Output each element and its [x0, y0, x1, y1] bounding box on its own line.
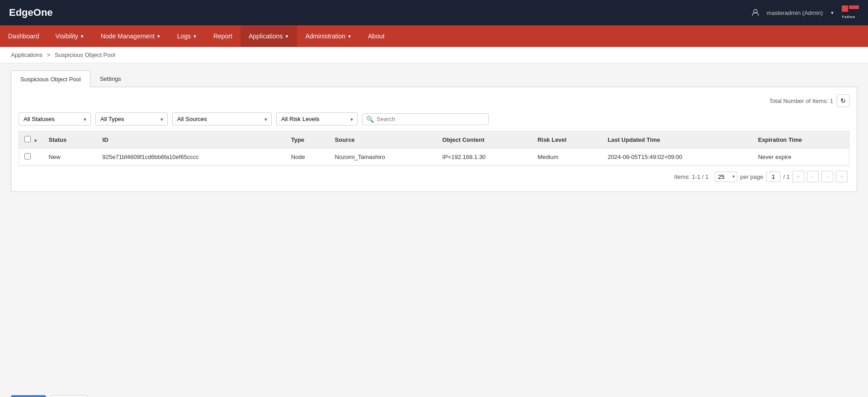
- nav-administration-arrow: ▼: [347, 34, 352, 39]
- search-input[interactable]: [377, 116, 485, 122]
- nav-visibility[interactable]: Visibility ▼: [47, 25, 93, 47]
- txone-brand: TxOne networks: [842, 5, 859, 20]
- breadcrumb-separator: >: [47, 51, 51, 58]
- nav-logs-arrow: ▼: [193, 34, 197, 39]
- prev-page-button[interactable]: ‹: [807, 171, 819, 182]
- td-object-content: IP=192.168.1.30: [437, 149, 532, 166]
- select-all-checkbox[interactable]: [24, 136, 31, 142]
- save-button[interactable]: Save: [11, 395, 46, 397]
- status-filter-wrapper: All Statuses: [19, 112, 91, 126]
- user-icon: [751, 8, 760, 18]
- navbar: Dashboard Visibility ▼ Node Management ▼…: [0, 25, 868, 47]
- risk-levels-filter[interactable]: All Risk Levels: [276, 112, 358, 126]
- last-page-button[interactable]: »: [836, 171, 848, 182]
- pagination: Items: 1-1 / 1 25 50 100 per page / 1 « …: [19, 166, 849, 184]
- th-expiration[interactable]: Expiration Time: [753, 131, 849, 149]
- td-source: Nozomi_Tamashiro: [330, 149, 437, 166]
- search-wrapper: 🔍: [362, 113, 489, 125]
- nav-administration[interactable]: Administration ▼: [297, 25, 360, 47]
- nav-logs[interactable]: Logs ▼: [169, 25, 205, 47]
- per-page-select[interactable]: 25 50 100: [715, 172, 737, 182]
- refresh-button[interactable]: ↻: [837, 94, 849, 107]
- data-table: ▼ Status ID Type Source Object Content R…: [19, 131, 849, 166]
- nav-applications-arrow: ▼: [285, 34, 289, 39]
- risk-levels-filter-wrapper: All Risk Levels: [276, 112, 358, 126]
- nav-about[interactable]: About: [360, 25, 393, 47]
- tab-settings[interactable]: Settings: [90, 70, 131, 87]
- nav-dashboard[interactable]: Dashboard: [0, 25, 47, 47]
- nav-node-management[interactable]: Node Management ▼: [93, 25, 169, 47]
- nav-node-management-arrow: ▼: [156, 34, 161, 39]
- page-of-label: / 1: [783, 173, 790, 180]
- main-content: Suspicious Object Pool Settings Total Nu…: [0, 63, 868, 388]
- th-object-content[interactable]: Object Content: [437, 131, 532, 149]
- table-row: New 925e71bf4609f1cd6bb6fa10ef65cccc Nod…: [19, 149, 849, 166]
- app-logo: EdgeOne: [9, 7, 53, 19]
- th-id[interactable]: ID: [97, 131, 286, 149]
- filters: All Statuses All Types All Sources All R…: [19, 112, 849, 126]
- toolbar: Total Number of Items: 1 ↻: [19, 94, 849, 107]
- items-count-label: Items: 1-1 / 1: [674, 173, 708, 180]
- sources-filter[interactable]: All Sources: [172, 112, 272, 126]
- per-page-label: per page: [740, 173, 763, 180]
- table-header-row: ▼ Status ID Type Source Object Content R…: [19, 131, 849, 149]
- page-number-input[interactable]: [766, 172, 781, 182]
- tab-suspicious-object-pool[interactable]: Suspicious Object Pool: [11, 70, 90, 87]
- row-checkbox[interactable]: [24, 153, 31, 159]
- th-checkbox: ▼: [19, 131, 43, 149]
- data-table-wrapper: ▼ Status ID Type Source Object Content R…: [19, 131, 849, 166]
- td-type: Node: [286, 149, 330, 166]
- search-icon: 🔍: [366, 116, 374, 123]
- td-last-updated: 2024-08-05T15:49:02+09:00: [602, 149, 753, 166]
- nav-visibility-arrow: ▼: [80, 34, 85, 39]
- nav-applications[interactable]: Applications ▼: [241, 25, 297, 47]
- status-filter[interactable]: All Statuses: [19, 112, 91, 126]
- next-page-button[interactable]: ›: [821, 171, 833, 182]
- bottom-bar: Save Cancel: [0, 388, 868, 397]
- th-status[interactable]: Status: [43, 131, 97, 149]
- sort-indicator: ▼: [33, 138, 38, 143]
- nav-report[interactable]: Report: [205, 25, 241, 47]
- td-status: New: [43, 149, 97, 166]
- total-items-label: Total Number of Items: 1: [769, 98, 833, 104]
- first-page-button[interactable]: «: [793, 171, 804, 182]
- user-dropdown-icon[interactable]: ▼: [830, 10, 835, 15]
- tabs: Suspicious Object Pool Settings: [11, 70, 857, 87]
- topbar: EdgeOne masteradmin (Admin) ▼ TxOne netw…: [0, 0, 868, 25]
- per-page-wrapper: 25 50 100: [715, 172, 737, 182]
- td-checkbox: [19, 149, 43, 166]
- td-risk-level: Medium: [532, 149, 602, 166]
- th-source[interactable]: Source: [330, 131, 437, 149]
- types-filter-wrapper: All Types: [95, 112, 168, 126]
- th-risk-level[interactable]: Risk Level: [532, 131, 602, 149]
- th-last-updated[interactable]: Last Updated Time: [602, 131, 753, 149]
- breadcrumb-current: Suspicious Object Pool: [55, 51, 115, 58]
- types-filter[interactable]: All Types: [95, 112, 168, 126]
- topbar-right: masteradmin (Admin) ▼ TxOne networks: [751, 5, 859, 20]
- svg-text:TxOne: TxOne: [842, 15, 855, 19]
- app-name: EdgeOne: [9, 7, 53, 19]
- td-id: 925e71bf4609f1cd6bb6fa10ef65cccc: [97, 149, 286, 166]
- sources-filter-wrapper: All Sources: [172, 112, 272, 126]
- th-type[interactable]: Type: [286, 131, 330, 149]
- breadcrumb-applications[interactable]: Applications: [11, 51, 42, 58]
- breadcrumb: Applications > Suspicious Object Pool: [0, 47, 868, 63]
- svg-rect-1: [842, 5, 848, 12]
- cancel-button[interactable]: Cancel: [51, 395, 88, 397]
- td-expiration: Never expire: [753, 149, 849, 166]
- panel: Total Number of Items: 1 ↻ All Statuses …: [11, 87, 857, 192]
- user-name[interactable]: masteradmin (Admin): [767, 9, 823, 16]
- svg-rect-2: [849, 5, 859, 9]
